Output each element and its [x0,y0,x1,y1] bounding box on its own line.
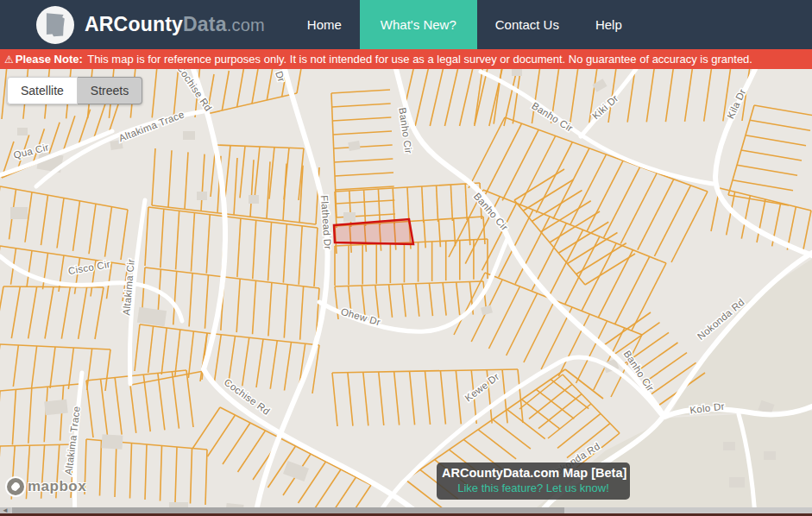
street-label: Cisco Cir [67,259,111,276]
satellite-button[interactable]: Satellite [7,77,78,104]
basemap-toggle: Satellite Streets [7,77,142,104]
street-label: Altakima Trace [63,406,82,475]
road [36,111,204,186]
street-label: Banho Cir [397,107,413,154]
scroll-left-arrow-icon[interactable]: ◄ [0,507,10,513]
brand-com: .com [227,16,265,35]
street-label: Kewe Dr [463,371,501,403]
map-canvas[interactable]: Qua CirCochise RdAltakima TraceDrBanho C… [0,69,812,507]
site-title: ARCountyData.com [85,13,265,36]
brand-arcounty: ARCounty [85,13,183,35]
nav-item-contact-us[interactable]: Contact Us [477,0,577,49]
map-beta-title: ARCountyData.com Map [Beta] [442,466,625,480]
horizontal-scrollbar[interactable]: ◄ [0,507,812,513]
brand-data: Data [183,13,227,35]
street-label: Altakima Trace [117,109,186,143]
top-navbar: ARCountyData.com Home What's New? Contac… [0,0,812,49]
arkansas-state-shape [45,12,66,38]
mapbox-attribution[interactable]: mapbox [7,478,86,495]
nav-item-home[interactable]: Home [289,0,360,49]
arkansas-logo-icon [36,6,74,44]
selected-parcel[interactable] [334,219,413,244]
mapbox-wordmark: mapbox [28,478,86,495]
streets-button[interactable]: Streets [78,77,142,104]
nav-item-help[interactable]: Help [577,0,640,49]
brand[interactable]: ARCountyData.com [0,0,265,49]
disclaimer-text: This map is for reference purposes only.… [85,53,752,66]
street-label: Kiki Dr [590,93,620,122]
map-beta-tooltip: ARCountyData.com Map [Beta] Like this fe… [437,463,630,500]
disclaimer-bold: Please Note: [16,53,83,66]
street-label: Ohew Dr [340,306,382,328]
mapbox-icon [7,478,24,495]
road [715,69,812,255]
nav-item-whats-new[interactable]: What's New? [360,0,477,49]
street-label: Flathead Dr [319,195,333,250]
feedback-link[interactable]: Like this feature? Let us know! [442,481,625,494]
street-labels: Qua CirCochise RdAltakima TraceDrBanho C… [12,69,747,480]
nav-menu: Home What's New? Contact Us Help [289,0,640,49]
map-svg: Qua CirCochise RdAltakima TraceDrBanho C… [0,69,812,507]
warning-icon: ⚠ [4,53,14,66]
map-disclaimer-banner: ⚠Please Note: This map is for reference … [0,49,812,69]
scrollbar-thumb[interactable] [12,507,564,513]
